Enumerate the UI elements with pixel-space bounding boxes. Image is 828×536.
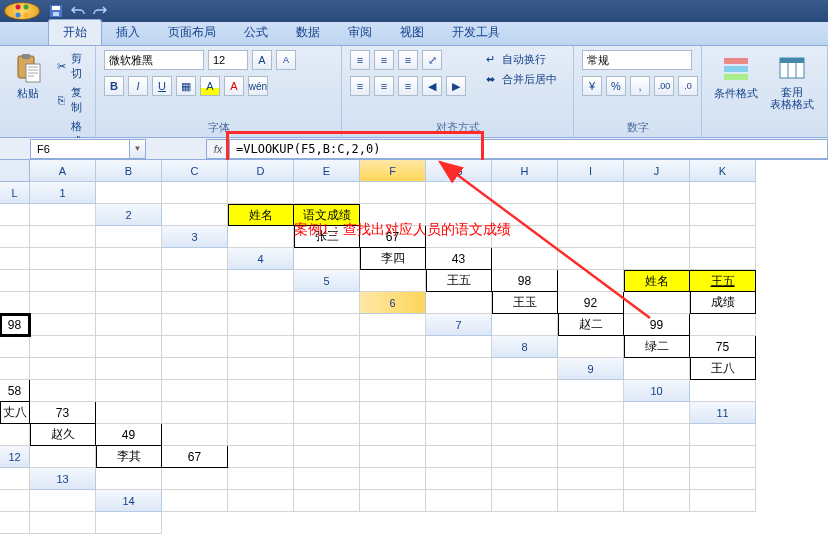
col-header-H[interactable]: H: [492, 160, 558, 182]
currency-button[interactable]: ¥: [582, 76, 602, 96]
cell-I3[interactable]: [0, 248, 30, 270]
cell-B1[interactable]: [162, 182, 228, 204]
cell-K12[interactable]: [690, 446, 756, 468]
col-header-I[interactable]: I: [558, 160, 624, 182]
cell-A14[interactable]: [162, 490, 228, 512]
cell-B12[interactable]: 李其: [96, 446, 162, 468]
font-name-select[interactable]: [104, 50, 204, 70]
cell-L11[interactable]: [690, 424, 756, 446]
cell-A9[interactable]: [624, 358, 690, 380]
cell-C4[interactable]: 43: [426, 248, 492, 270]
cell-I11[interactable]: [492, 424, 558, 446]
cell-C12[interactable]: 67: [162, 446, 228, 468]
cell-H2[interactable]: [624, 204, 690, 226]
align-top-button[interactable]: ≡: [350, 50, 370, 70]
cell-G7[interactable]: [96, 336, 162, 358]
cell-H4[interactable]: [0, 270, 30, 292]
cell-E14[interactable]: [426, 490, 492, 512]
cell-L1[interactable]: [30, 204, 96, 226]
cell-C6[interactable]: 92: [558, 292, 624, 314]
office-button[interactable]: [4, 2, 40, 20]
cell-E12[interactable]: [294, 446, 360, 468]
wrap-text-button[interactable]: ↵自动换行: [478, 50, 561, 68]
cell-I1[interactable]: [624, 182, 690, 204]
tab-review[interactable]: 审阅: [334, 20, 386, 45]
cell-K3[interactable]: [96, 248, 162, 270]
cell-C13[interactable]: [228, 468, 294, 490]
cell-D6[interactable]: [624, 292, 690, 314]
col-header-B[interactable]: B: [96, 160, 162, 182]
cell-A2[interactable]: [162, 204, 228, 226]
number-format-select[interactable]: [582, 50, 692, 70]
cell-L9[interactable]: [558, 380, 624, 402]
cell-G12[interactable]: [426, 446, 492, 468]
cell-K9[interactable]: [492, 380, 558, 402]
cell-H10[interactable]: [360, 402, 426, 424]
cell-G11[interactable]: [360, 424, 426, 446]
cell-I8[interactable]: [294, 358, 360, 380]
cell-G9[interactable]: [228, 380, 294, 402]
cell-J6[interactable]: [228, 314, 294, 336]
col-header-D[interactable]: D: [228, 160, 294, 182]
cell-J9[interactable]: [426, 380, 492, 402]
cell-F7[interactable]: [30, 336, 96, 358]
bold-button[interactable]: B: [104, 76, 124, 96]
decrease-indent-button[interactable]: ◀: [422, 76, 442, 96]
cell-L14[interactable]: [96, 512, 162, 534]
cell-I2[interactable]: [690, 204, 756, 226]
cell-K11[interactable]: [624, 424, 690, 446]
col-header-J[interactable]: J: [624, 160, 690, 182]
cell-J1[interactable]: [690, 182, 756, 204]
row-header-11[interactable]: 11: [690, 402, 756, 424]
comma-button[interactable]: ,: [630, 76, 650, 96]
cell-C11[interactable]: 49: [96, 424, 162, 446]
redo-icon[interactable]: [92, 3, 108, 19]
tab-home[interactable]: 开始: [48, 19, 102, 45]
cell-I10[interactable]: [426, 402, 492, 424]
cell-B13[interactable]: [162, 468, 228, 490]
cell-D1[interactable]: [294, 182, 360, 204]
select-all-corner[interactable]: [0, 160, 30, 182]
cell-L7[interactable]: [426, 336, 492, 358]
cell-D5[interactable]: [558, 270, 624, 292]
increase-indent-button[interactable]: ▶: [446, 76, 466, 96]
save-icon[interactable]: [48, 3, 64, 19]
cell-A5[interactable]: [360, 270, 426, 292]
cell-J2[interactable]: [0, 226, 30, 248]
cell-I7[interactable]: [228, 336, 294, 358]
name-box[interactable]: F6: [30, 139, 130, 159]
align-left-button[interactable]: ≡: [350, 76, 370, 96]
row-header-8[interactable]: 8: [492, 336, 558, 358]
cell-C8[interactable]: 75: [690, 336, 756, 358]
cell-H9[interactable]: [294, 380, 360, 402]
cell-C9[interactable]: 58: [0, 380, 30, 402]
cell-G6[interactable]: [30, 314, 96, 336]
cell-B7[interactable]: 赵二: [558, 314, 624, 336]
cell-I12[interactable]: [558, 446, 624, 468]
cell-L10[interactable]: [624, 402, 690, 424]
cell-F12[interactable]: [360, 446, 426, 468]
row-header-7[interactable]: 7: [426, 314, 492, 336]
cell-B6[interactable]: 王玉: [492, 292, 558, 314]
align-right-button[interactable]: ≡: [398, 76, 418, 96]
cell-F11[interactable]: [294, 424, 360, 446]
cell-A13[interactable]: [96, 468, 162, 490]
align-center-button[interactable]: ≡: [374, 76, 394, 96]
cell-K5[interactable]: [228, 292, 294, 314]
table-format-button[interactable]: 套用 表格格式: [766, 50, 818, 112]
decrease-font-button[interactable]: A: [276, 50, 296, 70]
cell-J5[interactable]: [162, 292, 228, 314]
align-middle-button[interactable]: ≡: [374, 50, 394, 70]
fx-button[interactable]: fx: [206, 139, 230, 159]
cell-E10[interactable]: [162, 402, 228, 424]
tab-page-layout[interactable]: 页面布局: [154, 20, 230, 45]
cell-I13[interactable]: [624, 468, 690, 490]
increase-font-button[interactable]: A: [252, 50, 272, 70]
cell-B5[interactable]: 王五: [426, 270, 492, 292]
cell-A11[interactable]: [0, 424, 30, 446]
cell-K6[interactable]: [294, 314, 360, 336]
cell-B2[interactable]: 姓名: [228, 204, 294, 226]
cut-button[interactable]: ✂剪切: [52, 50, 91, 82]
cell-A1[interactable]: [96, 182, 162, 204]
cell-H8[interactable]: [228, 358, 294, 380]
